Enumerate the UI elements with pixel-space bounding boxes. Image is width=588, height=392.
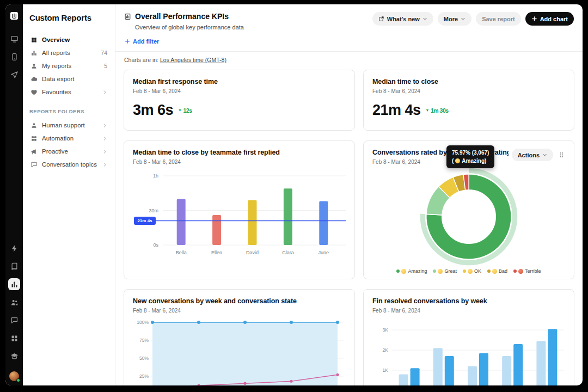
legend-item[interactable]: Great: [433, 268, 457, 274]
person-icon: [30, 122, 38, 129]
page-title: Overall Performance KPIs: [135, 12, 229, 21]
legend-dot: [487, 270, 491, 273]
svg-text:0s: 0s: [153, 242, 158, 248]
svg-text:3K: 3K: [383, 327, 389, 333]
card-conversations-rated: Conversations rated by conversation rati…: [363, 140, 574, 279]
phone-icon[interactable]: [8, 51, 20, 63]
timezone-prefix: Charts are in:: [124, 57, 158, 63]
chevron-right-icon: [102, 136, 107, 141]
card-date-range: Feb 8 - Mar 6, 2024: [133, 88, 346, 94]
svg-text:21m 4s: 21m 4s: [137, 218, 152, 223]
plus-icon: [125, 39, 130, 44]
sidebar-item-my-reports[interactable]: My reports 5: [29, 59, 108, 72]
sidebar-item-favourites[interactable]: Favourites: [29, 85, 108, 99]
timezone-note: Charts are in: Los Angeles time (GMT-8): [115, 52, 583, 65]
reports-icon[interactable]: [8, 278, 20, 290]
user-avatar[interactable]: [9, 371, 19, 381]
sidebar-item-all-reports[interactable]: All reports 74: [29, 46, 108, 59]
legend-item[interactable]: OK: [463, 268, 481, 274]
sidebar-item-data-export[interactable]: Data export: [29, 72, 108, 85]
legend-item[interactable]: Amazing: [396, 268, 427, 274]
legend-label: Terrible: [525, 268, 541, 274]
card-median-time-to-close: Median time to close Feb 8 - Mar 6, 2024…: [363, 70, 574, 131]
graduation-hat-icon[interactable]: [8, 350, 20, 362]
more-button[interactable]: More: [438, 12, 471, 26]
drag-handle-icon[interactable]: [558, 151, 565, 158]
grid-icon: [30, 135, 38, 142]
chevron-down-icon: [461, 16, 465, 21]
fin-resolved-bar-chart: 1K2K3K: [372, 316, 565, 385]
add-filter-button[interactable]: Add filter: [125, 38, 159, 45]
item-count: 5: [104, 63, 107, 69]
megaphone-icon: [30, 148, 38, 155]
kpi-value: 21m 4s ▼ 1m 30s: [372, 102, 565, 119]
sidebar-item-label: My reports: [42, 63, 100, 69]
legend-item[interactable]: Terrible: [513, 268, 541, 274]
intercom-logo-icon[interactable]: [8, 10, 20, 22]
card-date-range: Feb 8 - Mar 6, 2024: [133, 308, 346, 314]
donut-legend: AmazingGreatOKBadTerrible: [372, 268, 565, 274]
card-title: New conversations by week and conversati…: [133, 297, 346, 305]
legend-dot: [396, 270, 400, 273]
kpi-delta-value: 12s: [183, 107, 192, 114]
people-icon[interactable]: [8, 296, 20, 308]
svg-text:David: David: [246, 250, 259, 255]
add-chart-button[interactable]: Add chart: [525, 12, 574, 26]
sidebar-folder-automation[interactable]: Automation: [29, 132, 108, 145]
chat-bubble-icon: [30, 161, 38, 168]
triangle-down-icon: ▼: [178, 108, 181, 112]
external-link-icon: [378, 16, 384, 22]
actions-label: Actions: [518, 152, 540, 158]
send-icon[interactable]: [8, 69, 20, 81]
sidebar-item-label: Proactive: [42, 148, 98, 155]
book-icon[interactable]: [8, 260, 20, 272]
sidebar-item-label: All reports: [42, 50, 96, 56]
card-title: Fin resolved conversations by week: [372, 297, 565, 305]
chevron-right-icon: [102, 149, 107, 154]
report-doc-icon: [124, 13, 131, 20]
actions-button[interactable]: Actions: [512, 149, 553, 161]
legend-dot: [513, 270, 517, 273]
rating-face-icon: [468, 269, 473, 274]
chat-icon[interactable]: [8, 314, 20, 326]
legend-item[interactable]: Bad: [487, 268, 507, 274]
tooltip-label-text: Amazing): [462, 157, 486, 165]
sidebar-title: Custom Reports: [29, 13, 108, 22]
svg-text:100%: 100%: [137, 320, 149, 325]
add-chart-label: Add chart: [540, 16, 568, 22]
card-title: Median first response time: [133, 78, 346, 85]
sidebar-item-label: Overview: [42, 36, 107, 43]
card-new-conversations: New conversations by week and conversati…: [124, 289, 355, 385]
svg-text:Ellen: Ellen: [211, 250, 222, 255]
sidebar-folder-human-support[interactable]: Human support: [29, 119, 108, 132]
sidebar-item-overview[interactable]: Overview: [29, 33, 108, 46]
tooltip-label: ( Amazing): [452, 157, 489, 165]
sidebar-folder-proactive[interactable]: Proactive: [29, 145, 108, 158]
reports-folders-label: Reports folders: [29, 108, 108, 114]
lightning-icon[interactable]: [8, 242, 20, 254]
card-date-range: Feb 8 - Mar 6, 2024: [133, 159, 346, 165]
rating-face-icon: [401, 269, 406, 274]
save-report-button[interactable]: Save report: [476, 12, 521, 26]
sidebar-folder-conversation-topics[interactable]: Conversation topics: [29, 158, 108, 171]
overview-grid-icon: [30, 36, 38, 44]
legend-label: OK: [474, 268, 481, 274]
apps-grid-icon[interactable]: [8, 332, 20, 344]
legend-label: Great: [444, 268, 457, 274]
card-date-range: Feb 8 - Mar 6, 2024: [372, 308, 565, 314]
legend-label: Bad: [499, 268, 507, 274]
more-label: More: [444, 16, 458, 22]
whats-new-button[interactable]: What's new: [372, 12, 433, 26]
kpi-delta: ▼ 12s: [178, 107, 192, 114]
reports-sidebar: Custom Reports Overview All reports 74 M…: [23, 4, 115, 385]
legend-label: Amazing: [408, 268, 427, 274]
timezone-link[interactable]: Los Angeles time (GMT-8): [160, 57, 226, 63]
monitor-icon[interactable]: [8, 33, 20, 45]
rating-face-icon: [492, 269, 497, 274]
amazing-face-icon: [455, 158, 460, 163]
legend-dot: [463, 270, 466, 273]
online-status-dot: [16, 378, 20, 382]
sidebar-item-label: Human support: [42, 122, 98, 128]
app-window: Custom Reports Overview All reports 74 M…: [5, 4, 583, 385]
kpi-number: 3m 6s: [133, 102, 173, 119]
